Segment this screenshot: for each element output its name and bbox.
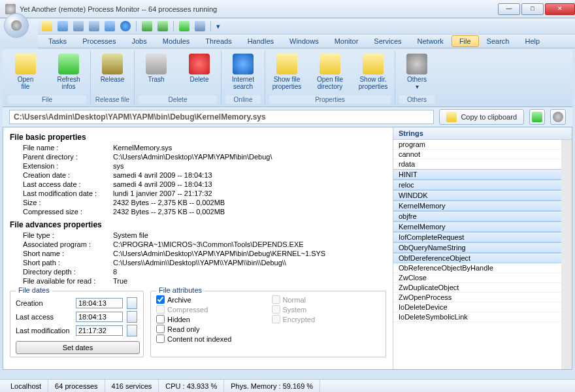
string-item[interactable]: ZwDuplicateObject bbox=[393, 283, 561, 293]
attr-checkbox[interactable] bbox=[156, 325, 165, 333]
toolbar-icon-7[interactable] bbox=[142, 21, 152, 31]
string-item[interactable]: ObReferenceObjectByHandle bbox=[393, 263, 561, 273]
release-button[interactable]: Release bbox=[95, 52, 130, 94]
ribbon-group-label: Properties bbox=[269, 95, 391, 104]
strings-header: Strings bbox=[393, 127, 572, 140]
string-item[interactable]: IofCompleteRequest bbox=[393, 232, 561, 242]
string-item[interactable]: IoDeleteSymbolicLink bbox=[393, 312, 561, 322]
menu-help[interactable]: Help bbox=[517, 35, 548, 47]
attr-archive[interactable]: Archive bbox=[156, 295, 265, 304]
main-orb-button[interactable] bbox=[4, 13, 29, 38]
date-time-input[interactable] bbox=[76, 298, 123, 308]
menu-tasks[interactable]: Tasks bbox=[41, 35, 74, 47]
menu-monitor[interactable]: Monitor bbox=[327, 35, 367, 47]
date-picker-button[interactable] bbox=[127, 325, 137, 336]
menu-windows[interactable]: Windows bbox=[282, 35, 327, 47]
attr-label: Compressed bbox=[167, 306, 208, 314]
toolbar-icon-2[interactable] bbox=[58, 21, 68, 31]
string-item[interactable]: objfre bbox=[393, 211, 561, 221]
menu-services[interactable]: Services bbox=[366, 35, 409, 47]
ribbon-group-others: Others▾Others bbox=[395, 51, 438, 105]
trash-button[interactable]: Trash bbox=[139, 52, 174, 94]
toolbar-icon-8[interactable] bbox=[157, 21, 168, 31]
string-item[interactable]: ZwClose bbox=[393, 273, 561, 283]
close-button[interactable]: ✕ bbox=[545, 3, 575, 15]
menu-processes[interactable]: Processes bbox=[74, 35, 123, 47]
refresh-small-button[interactable] bbox=[529, 109, 545, 125]
menu-file[interactable]: File bbox=[452, 35, 479, 47]
property-key: File type : bbox=[23, 231, 113, 240]
property-row: Short path :C:\Users\\Admin\\Desktop\\YA… bbox=[10, 258, 386, 267]
show-dir-props-icon bbox=[363, 54, 384, 74]
string-item[interactable]: cannot bbox=[393, 150, 561, 159]
show-file-props-button[interactable]: Show fileproperties bbox=[269, 52, 304, 94]
attr-checkbox[interactable] bbox=[156, 295, 165, 304]
menu-search[interactable]: Search bbox=[479, 35, 518, 47]
show-dir-props-button[interactable]: Show dir.properties bbox=[355, 52, 391, 94]
attr-hidden[interactable]: Hidden bbox=[156, 315, 265, 323]
property-key: Associated program : bbox=[23, 240, 113, 249]
strings-scrollbar[interactable] bbox=[561, 140, 572, 369]
status-services: 416 services bbox=[105, 380, 159, 392]
gear-small-button[interactable] bbox=[550, 109, 566, 125]
open-file-dir-button[interactable]: Open filedirectory bbox=[312, 52, 348, 94]
delete-button[interactable]: Delete bbox=[182, 52, 217, 94]
string-item[interactable]: reloc bbox=[393, 180, 561, 190]
property-row: File type :System file bbox=[10, 231, 386, 240]
attr-checkbox bbox=[272, 315, 280, 323]
date-time-input[interactable] bbox=[76, 312, 123, 322]
property-key: Size : bbox=[23, 198, 113, 207]
date-picker-button[interactable] bbox=[127, 297, 137, 309]
attr-encrypted: Encrypted bbox=[272, 315, 381, 323]
string-item[interactable]: KernelMemory bbox=[393, 201, 561, 211]
maximize-button[interactable]: □ bbox=[521, 3, 544, 15]
others-button[interactable]: Others▾ bbox=[399, 52, 435, 94]
toolbar-icon-10[interactable] bbox=[195, 21, 205, 31]
basic-title: File basic properties bbox=[10, 133, 386, 142]
property-key: Last modification date : bbox=[23, 189, 113, 198]
string-item[interactable]: HINIT bbox=[393, 169, 561, 180]
menu-network[interactable]: Network bbox=[410, 35, 452, 47]
path-field[interactable]: C:\Users\Admin\Desktop\YAPM\YAPM\bin\Deb… bbox=[9, 110, 434, 124]
main-content: File basic properties File name :KernelM… bbox=[3, 127, 572, 370]
toolbar-icon-6[interactable] bbox=[120, 21, 131, 31]
date-label: Last modification bbox=[16, 327, 72, 335]
minimize-button[interactable]: — bbox=[498, 3, 520, 15]
toolbar-icon-9[interactable] bbox=[179, 21, 189, 31]
string-item[interactable]: ZwOpenProcess bbox=[393, 293, 561, 302]
string-item[interactable]: program bbox=[393, 140, 561, 150]
string-item[interactable]: WINDDK bbox=[393, 190, 561, 201]
set-dates-button[interactable]: Set dates bbox=[16, 341, 140, 354]
toolbar-icon-4[interactable] bbox=[89, 21, 99, 31]
property-key: Short name : bbox=[23, 249, 113, 258]
ribbon-group-label: Delete bbox=[139, 95, 217, 104]
toolbar-dropdown[interactable]: ▾ bbox=[216, 22, 220, 31]
string-item[interactable]: ObfDereferenceObject bbox=[393, 253, 561, 263]
attr-checkbox[interactable] bbox=[156, 315, 165, 323]
attr-checkbox bbox=[156, 305, 165, 314]
string-item[interactable]: IoDeleteDevice bbox=[393, 302, 561, 312]
attr-read-only[interactable]: Read only bbox=[156, 325, 265, 333]
internet-search-button[interactable]: Internetsearch bbox=[225, 52, 261, 94]
open-file-button[interactable]: Openfile bbox=[8, 52, 43, 94]
ribbon: OpenfileRefreshinfosFileReleaseRelease f… bbox=[3, 50, 572, 107]
date-time-input[interactable] bbox=[76, 325, 123, 336]
ribbon-group-label: File bbox=[8, 95, 86, 104]
menu-jobs[interactable]: Jobs bbox=[123, 35, 154, 47]
toolbar-icon-1[interactable] bbox=[42, 21, 52, 31]
string-item[interactable]: KernelMemory bbox=[393, 221, 561, 232]
refresh-infos-button[interactable]: Refreshinfos bbox=[51, 52, 86, 94]
date-picker-button[interactable] bbox=[127, 311, 137, 323]
menu-threads[interactable]: Threads bbox=[197, 35, 239, 47]
string-item[interactable]: ObQueryNameString bbox=[393, 242, 561, 253]
attr-checkbox[interactable] bbox=[156, 335, 165, 343]
attr-content-not-indexed[interactable]: Content not indexed bbox=[156, 335, 265, 343]
string-item[interactable]: rdata bbox=[393, 159, 561, 169]
menu-modules[interactable]: Modules bbox=[155, 35, 198, 47]
strings-list[interactable]: programcannotrdataHINITrelocWINDDKKernel… bbox=[393, 140, 561, 369]
copy-clipboard-button[interactable]: Copy to clipboard bbox=[439, 109, 524, 125]
toolbar-icon-3[interactable] bbox=[73, 21, 84, 31]
toolbar-icon-5[interactable] bbox=[105, 21, 115, 31]
attr-label: Content not indexed bbox=[167, 335, 231, 343]
menu-handles[interactable]: Handles bbox=[240, 35, 282, 47]
